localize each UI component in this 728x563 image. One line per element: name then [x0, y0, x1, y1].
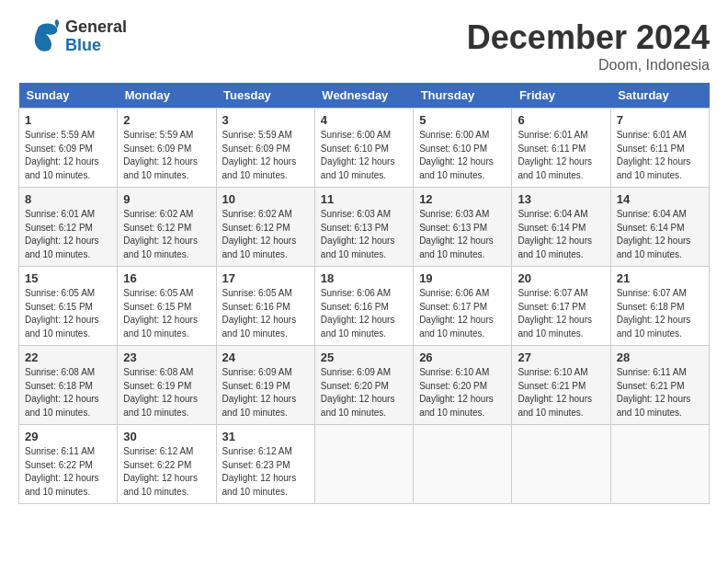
logo-blue: Blue — [65, 37, 127, 55]
day-detail: Sunrise: 6:12 AMSunset: 6:22 PMDaylight:… — [123, 446, 198, 497]
calendar-cell: 5 Sunrise: 6:00 AMSunset: 6:10 PMDayligh… — [414, 109, 512, 188]
calendar-cell: 4 Sunrise: 6:00 AMSunset: 6:10 PMDayligh… — [314, 109, 413, 188]
day-number: 9 — [123, 192, 210, 206]
calendar-cell: 10 Sunrise: 6:02 AMSunset: 6:12 PMDaylig… — [216, 188, 314, 267]
day-detail: Sunrise: 6:09 AMSunset: 6:19 PMDaylight:… — [222, 367, 297, 418]
day-number: 1 — [25, 113, 111, 127]
calendar-table: SundayMondayTuesdayWednesdayThursdayFrid… — [18, 83, 710, 504]
calendar-cell: 22 Sunrise: 6:08 AMSunset: 6:18 PMDaylig… — [19, 346, 118, 425]
day-detail: Sunrise: 6:05 AMSunset: 6:15 PMDaylight:… — [123, 288, 198, 339]
day-detail: Sunrise: 5:59 AMSunset: 6:09 PMDaylight:… — [25, 130, 99, 180]
calendar-cell: 15 Sunrise: 6:05 AMSunset: 6:15 PMDaylig… — [19, 267, 118, 346]
day-number: 15 — [25, 271, 111, 285]
calendar-cell: 9 Sunrise: 6:02 AMSunset: 6:12 PMDayligh… — [118, 188, 216, 267]
calendar-cell: 20 Sunrise: 6:07 AMSunset: 6:17 PMDaylig… — [512, 267, 610, 346]
day-detail: Sunrise: 6:08 AMSunset: 6:19 PMDaylight:… — [123, 367, 198, 418]
header-row: SundayMondayTuesdayWednesdayThursdayFrid… — [19, 83, 710, 109]
day-detail: Sunrise: 6:03 AMSunset: 6:13 PMDaylight:… — [419, 209, 494, 259]
calendar-cell — [314, 425, 413, 504]
calendar-cell: 6 Sunrise: 6:01 AMSunset: 6:11 PMDayligh… — [512, 109, 610, 188]
calendar-cell: 13 Sunrise: 6:04 AMSunset: 6:14 PMDaylig… — [512, 188, 610, 267]
day-number: 17 — [222, 271, 309, 285]
day-number: 23 — [123, 350, 210, 364]
week-row-3: 15 Sunrise: 6:05 AMSunset: 6:15 PMDaylig… — [19, 267, 710, 346]
day-number: 30 — [123, 430, 210, 443]
day-detail: Sunrise: 6:11 AMSunset: 6:22 PMDaylight:… — [25, 446, 99, 497]
day-detail: Sunrise: 6:04 AMSunset: 6:14 PMDaylight:… — [617, 209, 691, 259]
day-number: 10 — [222, 192, 309, 206]
week-row-4: 22 Sunrise: 6:08 AMSunset: 6:18 PMDaylig… — [19, 346, 710, 425]
calendar-cell: 14 Sunrise: 6:04 AMSunset: 6:14 PMDaylig… — [610, 188, 709, 267]
logo-general: General — [65, 18, 127, 37]
day-detail: Sunrise: 6:02 AMSunset: 6:12 PMDaylight:… — [123, 209, 198, 259]
day-detail: Sunrise: 6:10 AMSunset: 6:20 PMDaylight:… — [419, 367, 494, 418]
title-block: December 2024 Doom, Indonesia — [467, 18, 710, 74]
day-detail: Sunrise: 6:04 AMSunset: 6:14 PMDaylight:… — [518, 209, 592, 259]
day-detail: Sunrise: 6:01 AMSunset: 6:11 PMDaylight:… — [518, 130, 592, 180]
day-header-saturday: Saturday — [610, 83, 709, 109]
logo-icon — [18, 19, 60, 54]
calendar-cell: 31 Sunrise: 6:12 AMSunset: 6:23 PMDaylig… — [216, 425, 314, 504]
day-number: 14 — [617, 192, 703, 206]
day-number: 8 — [25, 192, 111, 206]
calendar-cell: 18 Sunrise: 6:06 AMSunset: 6:16 PMDaylig… — [314, 267, 413, 346]
day-number: 4 — [321, 113, 407, 127]
calendar-cell — [414, 425, 512, 504]
calendar-cell: 24 Sunrise: 6:09 AMSunset: 6:19 PMDaylig… — [216, 346, 314, 425]
day-detail: Sunrise: 6:09 AMSunset: 6:20 PMDaylight:… — [321, 367, 395, 418]
day-header-wednesday: Wednesday — [314, 83, 413, 109]
day-detail: Sunrise: 6:00 AMSunset: 6:10 PMDaylight:… — [419, 130, 494, 180]
day-number: 24 — [222, 350, 309, 364]
day-header-tuesday: Tuesday — [216, 83, 314, 109]
day-detail: Sunrise: 6:00 AMSunset: 6:10 PMDaylight:… — [321, 130, 395, 180]
day-detail: Sunrise: 6:03 AMSunset: 6:13 PMDaylight:… — [321, 209, 395, 259]
day-number: 27 — [518, 350, 604, 364]
day-detail: Sunrise: 6:11 AMSunset: 6:21 PMDaylight:… — [617, 367, 691, 418]
calendar-cell: 27 Sunrise: 6:10 AMSunset: 6:21 PMDaylig… — [512, 346, 610, 425]
day-number: 25 — [321, 350, 407, 364]
day-detail: Sunrise: 5:59 AMSunset: 6:09 PMDaylight:… — [123, 130, 198, 180]
day-detail: Sunrise: 6:10 AMSunset: 6:21 PMDaylight:… — [518, 367, 592, 418]
day-header-monday: Monday — [118, 83, 216, 109]
calendar-cell: 28 Sunrise: 6:11 AMSunset: 6:21 PMDaylig… — [610, 346, 709, 425]
week-row-1: 1 Sunrise: 5:59 AMSunset: 6:09 PMDayligh… — [19, 109, 710, 188]
day-detail: Sunrise: 6:06 AMSunset: 6:17 PMDaylight:… — [419, 288, 494, 339]
day-number: 28 — [617, 350, 703, 364]
day-number: 29 — [25, 430, 111, 443]
day-number: 21 — [617, 271, 703, 285]
calendar-cell: 11 Sunrise: 6:03 AMSunset: 6:13 PMDaylig… — [314, 188, 413, 267]
logo-text: General Blue — [65, 18, 127, 55]
calendar-cell: 29 Sunrise: 6:11 AMSunset: 6:22 PMDaylig… — [19, 425, 118, 504]
calendar-cell: 12 Sunrise: 6:03 AMSunset: 6:13 PMDaylig… — [414, 188, 512, 267]
day-number: 20 — [518, 271, 604, 285]
day-detail: Sunrise: 6:02 AMSunset: 6:12 PMDaylight:… — [222, 209, 297, 259]
month-title: December 2024 — [467, 18, 710, 57]
day-detail: Sunrise: 6:07 AMSunset: 6:18 PMDaylight:… — [617, 288, 691, 339]
logo: General Blue — [18, 18, 127, 55]
day-number: 5 — [419, 113, 506, 127]
calendar-cell: 25 Sunrise: 6:09 AMSunset: 6:20 PMDaylig… — [314, 346, 413, 425]
calendar-cell: 7 Sunrise: 6:01 AMSunset: 6:11 PMDayligh… — [610, 109, 709, 188]
calendar-cell: 8 Sunrise: 6:01 AMSunset: 6:12 PMDayligh… — [19, 188, 118, 267]
day-header-thursday: Thursday — [414, 83, 512, 109]
day-detail: Sunrise: 6:01 AMSunset: 6:11 PMDaylight:… — [617, 130, 691, 180]
day-number: 16 — [123, 271, 210, 285]
calendar-cell: 2 Sunrise: 5:59 AMSunset: 6:09 PMDayligh… — [118, 109, 216, 188]
calendar-cell: 19 Sunrise: 6:06 AMSunset: 6:17 PMDaylig… — [414, 267, 512, 346]
day-number: 11 — [321, 192, 407, 206]
page-header: General Blue December 2024 Doom, Indones… — [18, 18, 710, 74]
day-detail: Sunrise: 6:01 AMSunset: 6:12 PMDaylight:… — [25, 209, 99, 259]
day-number: 26 — [419, 350, 506, 364]
week-row-2: 8 Sunrise: 6:01 AMSunset: 6:12 PMDayligh… — [19, 188, 710, 267]
day-number: 2 — [123, 113, 210, 127]
calendar-cell: 1 Sunrise: 5:59 AMSunset: 6:09 PMDayligh… — [19, 109, 118, 188]
calendar-cell: 26 Sunrise: 6:10 AMSunset: 6:20 PMDaylig… — [414, 346, 512, 425]
day-number: 18 — [321, 271, 407, 285]
day-number: 7 — [617, 113, 703, 127]
day-header-sunday: Sunday — [19, 83, 118, 109]
calendar-cell — [512, 425, 610, 504]
day-detail: Sunrise: 6:05 AMSunset: 6:16 PMDaylight:… — [222, 288, 297, 339]
day-number: 22 — [25, 350, 111, 364]
calendar-cell — [610, 425, 709, 504]
day-number: 6 — [518, 113, 604, 127]
